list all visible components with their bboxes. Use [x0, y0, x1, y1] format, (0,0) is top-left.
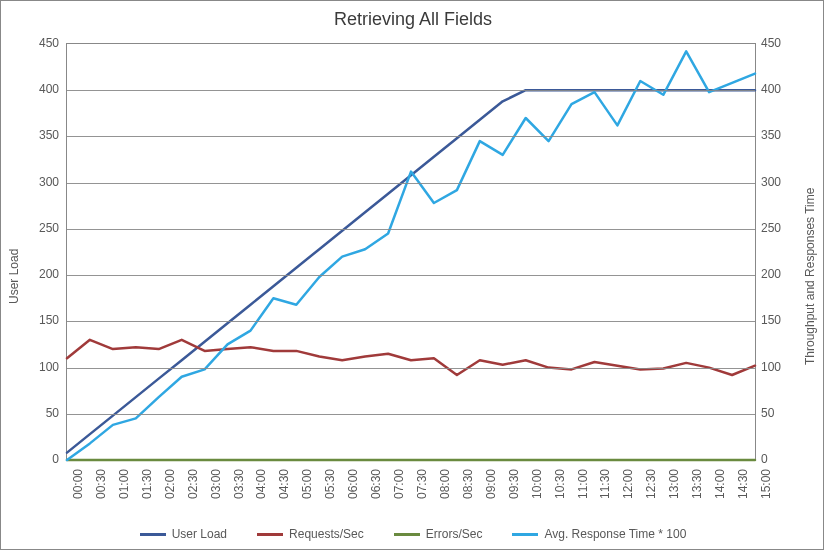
legend-item: Errors/Sec — [394, 527, 483, 541]
x-tick: 14:30 — [736, 469, 750, 499]
x-tick: 15:00 — [759, 469, 773, 499]
gridline — [67, 414, 755, 415]
gridline — [67, 275, 755, 276]
x-tick: 02:30 — [186, 469, 200, 499]
x-tick: 11:30 — [598, 469, 612, 499]
y-tick-right: 350 — [761, 128, 816, 142]
gridline — [67, 321, 755, 322]
y-tick-left: 350 — [4, 128, 59, 142]
x-tick: 05:00 — [300, 469, 314, 499]
series-line — [67, 51, 755, 460]
x-tick: 07:00 — [392, 469, 406, 499]
series-svg — [67, 44, 755, 460]
gridline — [67, 368, 755, 369]
legend-swatch — [512, 533, 538, 536]
y-tick-left: 100 — [4, 360, 59, 374]
x-tick: 03:00 — [209, 469, 223, 499]
gridline — [67, 90, 755, 91]
x-tick: 10:00 — [530, 469, 544, 499]
x-tick: 01:30 — [140, 469, 154, 499]
plot-area — [66, 43, 756, 461]
x-tick: 13:00 — [667, 469, 681, 499]
x-tick: 08:00 — [438, 469, 452, 499]
x-tick: 12:30 — [644, 469, 658, 499]
x-tick: 02:00 — [163, 469, 177, 499]
x-tick: 09:30 — [507, 469, 521, 499]
x-tick: 05:30 — [323, 469, 337, 499]
y-tick-right: 150 — [761, 313, 816, 327]
y-tick-right: 300 — [761, 175, 816, 189]
x-tick: 08:30 — [461, 469, 475, 499]
series-line — [67, 90, 755, 452]
gridline — [67, 229, 755, 230]
x-tick: 01:00 — [117, 469, 131, 499]
y-tick-left: 200 — [4, 267, 59, 281]
y-tick-right: 450 — [761, 36, 816, 50]
x-tick: 06:30 — [369, 469, 383, 499]
x-tick: 00:30 — [94, 469, 108, 499]
legend-label: Requests/Sec — [289, 527, 364, 541]
legend: User LoadRequests/SecErrors/SecAvg. Resp… — [1, 527, 824, 541]
y-tick-left: 450 — [4, 36, 59, 50]
x-tick: 07:30 — [415, 469, 429, 499]
y-tick-right: 400 — [761, 82, 816, 96]
x-tick: 12:00 — [621, 469, 635, 499]
y-tick-right: 50 — [761, 406, 816, 420]
y-tick-left: 50 — [4, 406, 59, 420]
legend-item: User Load — [140, 527, 227, 541]
x-tick: 11:00 — [576, 469, 590, 499]
legend-swatch — [140, 533, 166, 536]
x-tick: 10:30 — [553, 469, 567, 499]
gridline — [67, 183, 755, 184]
x-tick: 06:00 — [346, 469, 360, 499]
x-tick: 14:00 — [713, 469, 727, 499]
chart-title: Retrieving All Fields — [1, 9, 824, 30]
legend-label: Errors/Sec — [426, 527, 483, 541]
x-tick: 00:00 — [71, 469, 85, 499]
legend-swatch — [394, 533, 420, 536]
legend-item: Requests/Sec — [257, 527, 364, 541]
legend-label: Avg. Response Time * 100 — [544, 527, 686, 541]
y-tick-left: 150 — [4, 313, 59, 327]
x-tick: 04:30 — [277, 469, 291, 499]
y-tick-left: 400 — [4, 82, 59, 96]
x-tick: 03:30 — [232, 469, 246, 499]
y-tick-left: 300 — [4, 175, 59, 189]
x-tick: 09:00 — [484, 469, 498, 499]
y-tick-right: 100 — [761, 360, 816, 374]
y-tick-left: 0 — [4, 452, 59, 466]
gridline — [67, 136, 755, 137]
chart-container: Retrieving All Fields User Load Throughp… — [0, 0, 824, 550]
legend-item: Avg. Response Time * 100 — [512, 527, 686, 541]
y-tick-right: 200 — [761, 267, 816, 281]
y-tick-left: 250 — [4, 221, 59, 235]
legend-label: User Load — [172, 527, 227, 541]
legend-swatch — [257, 533, 283, 536]
x-tick: 13:30 — [690, 469, 704, 499]
x-tick: 04:00 — [254, 469, 268, 499]
y-tick-right: 0 — [761, 452, 816, 466]
y-tick-right: 250 — [761, 221, 816, 235]
